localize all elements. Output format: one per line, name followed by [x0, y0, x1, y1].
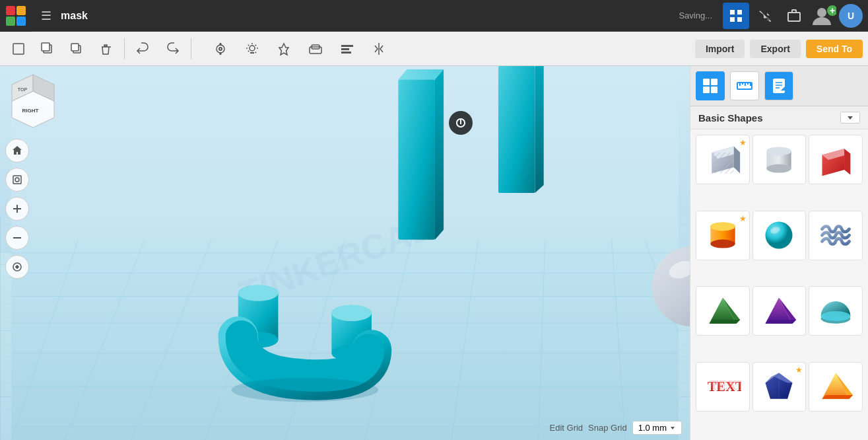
shape-star-4: ★: [739, 214, 747, 223]
snap-value-text: 1.0 mm: [638, 423, 667, 433]
undo-button[interactable]: [130, 36, 156, 62]
svg-rect-77: [711, 79, 718, 85]
shape-box-grey[interactable]: ★: [696, 135, 750, 184]
grid-view-button[interactable]: [723, 3, 749, 29]
project-menu-button[interactable]: ☰: [34, 4, 58, 28]
camera-mode-button[interactable]: [5, 255, 29, 279]
svg-text:+: +: [830, 5, 835, 16]
shape-wavy[interactable]: [809, 211, 863, 260]
ring-tool-button[interactable]: [302, 36, 329, 62]
shape-pyramid-purple[interactable]: [752, 286, 807, 336]
right-panel: Basic Shapes ★: [690, 66, 868, 440]
zoom-in-button[interactable]: [5, 197, 29, 221]
shapes-grid: ★: [690, 129, 868, 440]
duplicate-button[interactable]: [63, 36, 90, 62]
viewport[interactable]: TINKERCAD: [0, 66, 690, 440]
zoom-out-button[interactable]: [5, 226, 29, 250]
toolbar-action-buttons: Import Export Send To: [695, 40, 863, 58]
shape-star-11: ★: [795, 365, 803, 375]
shape-text-red[interactable]: TEXT TEXT: [696, 362, 750, 412]
snap-grid-label: Snap Grid: [588, 423, 627, 433]
svg-rect-3: [737, 17, 742, 22]
view-controls: [5, 139, 29, 279]
home-view-button[interactable]: [5, 139, 29, 163]
briefcase-button[interactable]: [781, 3, 807, 29]
logo-t: [6, 6, 15, 15]
svg-rect-22: [341, 52, 351, 54]
panel-tab-ruler[interactable]: [730, 71, 759, 100]
panel-header: Basic Shapes: [690, 106, 868, 129]
svg-rect-20: [341, 45, 353, 47]
new-button[interactable]: [5, 36, 32, 62]
import-button[interactable]: Import: [695, 40, 745, 58]
shape-pyramid-yellow[interactable]: [809, 362, 863, 412]
copy-button[interactable]: [34, 36, 61, 62]
snap-value-button[interactable]: 1.0 mm: [632, 421, 682, 435]
panel-tab-grid[interactable]: [696, 71, 725, 100]
shape-cylinder-grey[interactable]: [752, 135, 807, 184]
zoom-fit-button[interactable]: [5, 168, 29, 192]
camera-tooltip-button[interactable]: [449, 111, 473, 135]
svg-rect-69: [13, 176, 21, 184]
svg-point-107: [766, 221, 793, 248]
svg-rect-26: [0, 215, 690, 440]
svg-marker-114: [766, 320, 797, 324]
svg-point-17: [250, 46, 255, 51]
svg-point-98: [767, 164, 791, 172]
svg-point-106: [710, 222, 735, 231]
mirror-button[interactable]: [366, 36, 392, 62]
project-name: mask: [61, 10, 88, 22]
svg-point-14: [220, 48, 221, 50]
topbar-right-controls: + U: [723, 3, 863, 29]
shape-cylinder-orange[interactable]: ★: [696, 211, 750, 260]
add-user-button[interactable]: +: [810, 3, 836, 29]
shape-gem-blue[interactable]: ★: [752, 362, 807, 412]
redo-button[interactable]: [159, 36, 185, 62]
svg-rect-0: [730, 10, 735, 15]
nav-cube[interactable]: RIGHT TOP: [5, 71, 65, 131]
camera-perspective-button[interactable]: [207, 36, 234, 62]
svg-rect-16: [220, 52, 222, 55]
align-button[interactable]: [334, 36, 360, 62]
view-icons: [207, 36, 392, 62]
svg-rect-76: [703, 79, 710, 85]
shape-star-1: ★: [739, 138, 747, 147]
light-button[interactable]: [239, 36, 265, 62]
delete-button[interactable]: [92, 36, 119, 62]
topbar: ☰ mask Saving... + U: [0, 0, 868, 32]
avatar[interactable]: U: [839, 4, 863, 28]
tinkercad-logo[interactable]: [0, 0, 32, 32]
svg-rect-21: [341, 48, 349, 50]
grid-canvas: [0, 66, 690, 440]
svg-rect-78: [703, 87, 710, 93]
svg-point-75: [17, 266, 18, 268]
bottom-controls: Edit Grid Snap Grid 1.0 mm: [550, 421, 682, 435]
shape-box-red[interactable]: [809, 135, 863, 184]
svg-rect-15: [220, 43, 222, 46]
shape-tool-button[interactable]: [271, 36, 297, 62]
panel-dropdown-button[interactable]: [840, 112, 860, 124]
hammer-button[interactable]: [752, 3, 778, 29]
saving-status: Saving...: [679, 11, 712, 20]
panel-title: Basic Shapes: [698, 112, 763, 124]
panel-tab-notes[interactable]: [764, 71, 793, 100]
shape-pyramid-green[interactable]: [696, 286, 750, 336]
svg-rect-7: [13, 44, 24, 54]
toolbar-separator-1: [124, 38, 125, 59]
svg-marker-102: [844, 149, 850, 174]
panel-tabs: [690, 66, 868, 106]
svg-rect-2: [730, 17, 735, 22]
shape-sphere-teal[interactable]: [752, 211, 807, 260]
svg-text:TEXT: TEXT: [709, 378, 741, 392]
logo-k: [17, 17, 26, 26]
export-button[interactable]: Export: [750, 40, 800, 58]
svg-rect-9: [42, 43, 50, 51]
shape-halfball-teal[interactable]: [809, 286, 863, 336]
sendto-button[interactable]: Send To: [806, 40, 863, 58]
svg-marker-94: [734, 146, 740, 173]
svg-point-116: [821, 311, 851, 321]
toolbar-separator-2: [191, 38, 191, 59]
edit-grid-label[interactable]: Edit Grid: [550, 423, 584, 433]
svg-marker-111: [709, 320, 740, 324]
svg-point-4: [817, 8, 826, 17]
